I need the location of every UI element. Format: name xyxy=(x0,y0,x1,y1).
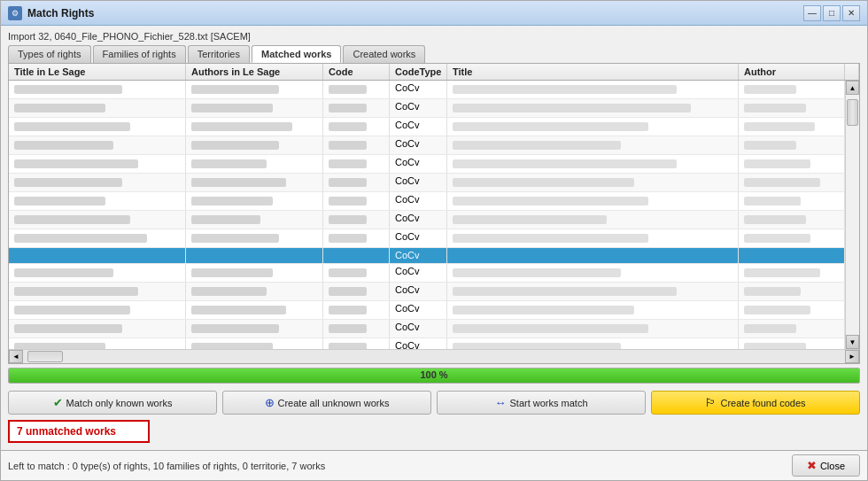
cell-author xyxy=(739,81,845,98)
cell-author xyxy=(739,136,845,154)
cell-title xyxy=(447,264,739,282)
table-row[interactable]: CoCv xyxy=(9,320,845,338)
table-row[interactable]: CoCv xyxy=(9,301,845,320)
cell-code xyxy=(323,118,390,136)
progress-container: 100 % xyxy=(8,368,860,384)
table-row[interactable]: CoCv xyxy=(9,192,845,211)
progress-bar: 100 % xyxy=(8,368,860,384)
status-bar: Left to match : 0 type(s) of rights, 10 … xyxy=(1,450,867,480)
cell-title xyxy=(447,192,739,210)
cell-title xyxy=(447,155,739,173)
cell-title-lesage xyxy=(9,264,186,282)
cell-codetype: CoCv xyxy=(390,264,447,282)
table-row[interactable]: CoCv xyxy=(9,118,845,136)
vertical-scrollbar[interactable]: ▲ ▼ xyxy=(845,81,859,349)
start-match-button[interactable]: ↔ Start works match xyxy=(437,391,646,415)
table-row[interactable]: CoCv xyxy=(9,248,845,264)
cell-code xyxy=(323,136,390,154)
scroll-right-arrow[interactable]: ► xyxy=(845,350,859,363)
cell-author xyxy=(739,264,845,282)
cell-codetype: CoCv xyxy=(390,192,447,210)
cell-authors-lesage xyxy=(186,301,323,319)
arrows-icon: ↔ xyxy=(494,396,506,409)
tab-created-works[interactable]: Created works xyxy=(343,45,425,63)
data-table: Title in Le Sage Authors in Le Sage Code… xyxy=(8,63,860,364)
cell-authors-lesage xyxy=(186,320,323,337)
cell-code xyxy=(323,338,390,349)
close-button[interactable]: ✖ Close xyxy=(792,454,860,477)
table-row[interactable]: CoCv xyxy=(9,229,845,248)
table-row[interactable]: CoCv xyxy=(9,338,845,349)
h-scroll-handle[interactable] xyxy=(27,351,63,362)
scroll-up-arrow[interactable]: ▲ xyxy=(846,81,859,95)
col-header-title-lesage: Title in Le Sage xyxy=(9,64,186,80)
title-bar: ⚙ Match Rights — □ ✕ xyxy=(1,1,867,26)
cell-authors-lesage xyxy=(186,229,323,247)
cell-title-lesage xyxy=(9,338,186,349)
cell-title-lesage xyxy=(9,99,186,117)
create-unknown-button[interactable]: ⊕ Create all unknown works xyxy=(222,391,431,415)
cell-codetype: CoCv xyxy=(390,174,447,191)
plus-icon: ⊕ xyxy=(265,396,275,409)
table-body[interactable]: CoCvCoCvCoCvCoCvCoCvCoCvCoCvCoCvCoCvCoCv… xyxy=(9,81,845,349)
match-known-label: Match only known works xyxy=(66,398,173,408)
cell-author xyxy=(739,301,845,319)
cell-author xyxy=(739,211,845,229)
scroll-track[interactable] xyxy=(846,95,859,335)
cell-authors-lesage xyxy=(186,99,323,117)
tab-families-of-rights[interactable]: Families of rights xyxy=(93,45,186,63)
cell-codetype: CoCv xyxy=(390,155,447,173)
cell-title xyxy=(447,118,739,136)
table-row[interactable]: CoCv xyxy=(9,283,845,301)
close-window-button[interactable]: ✕ xyxy=(842,5,860,21)
table-row[interactable]: CoCv xyxy=(9,136,845,155)
tab-types-of-rights[interactable]: Types of rights xyxy=(8,45,91,63)
horizontal-scrollbar[interactable]: ◄ ► xyxy=(9,349,859,363)
minimize-button[interactable]: — xyxy=(803,5,821,21)
cell-code xyxy=(323,320,390,337)
match-known-button[interactable]: ✔ Match only known works xyxy=(8,391,217,415)
cell-title-lesage xyxy=(9,136,186,154)
cell-author xyxy=(739,338,845,349)
table-row[interactable]: CoCv xyxy=(9,81,845,99)
cell-author xyxy=(739,229,845,247)
cell-author xyxy=(739,192,845,210)
cell-title xyxy=(447,99,739,117)
cell-title xyxy=(447,136,739,154)
create-unknown-label: Create all unknown works xyxy=(278,398,390,408)
scroll-left-arrow[interactable]: ◄ xyxy=(9,350,23,363)
title-bar-left: ⚙ Match Rights xyxy=(8,6,94,20)
cell-title-lesage xyxy=(9,174,186,191)
cell-authors-lesage xyxy=(186,283,323,300)
tab-matched-works[interactable]: Matched works xyxy=(252,45,341,63)
tab-territories[interactable]: Territories xyxy=(188,45,250,63)
cell-author xyxy=(739,99,845,117)
flag-icon: 🏳 xyxy=(705,396,717,409)
cell-authors-lesage xyxy=(186,248,323,263)
cell-codetype: CoCv xyxy=(390,118,447,136)
close-label: Close xyxy=(820,461,845,471)
maximize-button[interactable]: □ xyxy=(823,5,841,21)
action-buttons: ✔ Match only known works ⊕ Create all un… xyxy=(8,391,860,415)
content-area: Import 32, 0640_File_PHONO_Fichier_528.t… xyxy=(1,26,867,450)
scroll-handle[interactable] xyxy=(847,99,858,126)
cell-authors-lesage xyxy=(186,136,323,154)
table-row[interactable]: CoCv xyxy=(9,264,845,283)
cell-title-lesage xyxy=(9,118,186,136)
table-row[interactable]: CoCv xyxy=(9,99,845,118)
scroll-down-arrow[interactable]: ▼ xyxy=(846,335,859,349)
create-codes-button[interactable]: 🏳 Create found codes xyxy=(651,391,860,415)
cell-authors-lesage xyxy=(186,192,323,210)
h-scroll-track[interactable] xyxy=(23,350,845,363)
cell-code xyxy=(323,283,390,300)
main-window: ⚙ Match Rights — □ ✕ Import 32, 0640_Fil… xyxy=(0,0,868,481)
table-row[interactable]: CoCv xyxy=(9,155,845,174)
table-row[interactable]: CoCv xyxy=(9,174,845,192)
cell-codetype: CoCv xyxy=(390,99,447,117)
cell-author xyxy=(739,155,845,173)
table-row[interactable]: CoCv xyxy=(9,211,845,229)
cell-codetype: CoCv xyxy=(390,136,447,154)
cell-codetype: CoCv xyxy=(390,211,447,229)
cell-title-lesage xyxy=(9,229,186,247)
cell-title-lesage xyxy=(9,192,186,210)
